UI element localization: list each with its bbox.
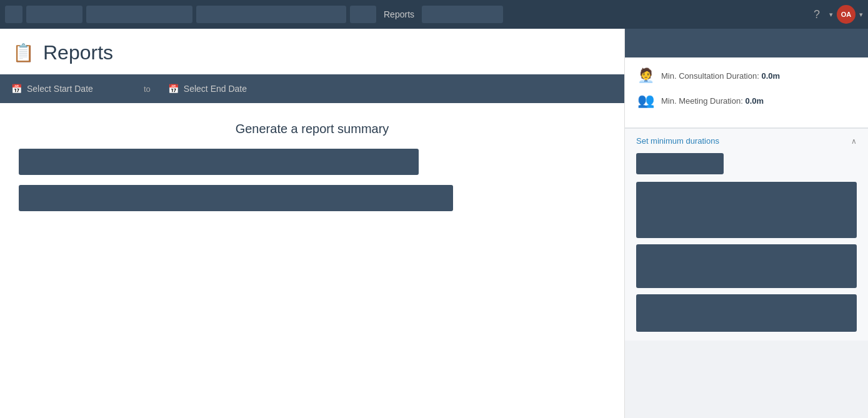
- start-date-label: Select Start Date: [27, 84, 93, 94]
- generate-report-title: Generate a report summary: [19, 122, 606, 136]
- set-minimum-body: [625, 153, 868, 341]
- avatar-button[interactable]: OA: [837, 5, 856, 24]
- nav-btn-1[interactable]: [26, 6, 82, 23]
- help-dropdown-arrow[interactable]: ▾: [829, 11, 833, 19]
- nav-btn-4[interactable]: [350, 6, 376, 23]
- calendar-end-icon: 📅: [168, 84, 179, 94]
- set-minimum-label: Set minimum durations: [636, 136, 719, 146]
- min-consultation-row: 🧑‍💼 Min. Consultation Duration: 0.0m: [636, 67, 857, 84]
- right-panel: 🧑‍💼 Min. Consultation Duration: 0.0m 👥 M…: [624, 29, 868, 418]
- nav-btn-3[interactable]: [196, 6, 346, 23]
- top-nav: Reports ? ▾ OA ▾: [0, 0, 868, 29]
- left-content: 📋 Reports 📅 Select Start Date to 📅 Selec…: [0, 29, 624, 418]
- help-button[interactable]: ?: [808, 6, 826, 23]
- main-area: Generate a report summary: [0, 103, 624, 240]
- page-title: Reports: [43, 41, 113, 64]
- min-consultation-text: Min. Consultation Duration: 0.0m: [661, 71, 780, 81]
- min-meeting-text: Min. Meeting Duration: 0.0m: [661, 96, 764, 106]
- meeting-icon: 👥: [636, 92, 655, 109]
- page-header: 📋 Reports: [0, 29, 624, 74]
- min-consultation-value: 0.0m: [761, 71, 780, 81]
- select-end-date-button[interactable]: 📅 Select End Date: [157, 74, 294, 103]
- calendar-start-icon: 📅: [11, 84, 22, 94]
- redacted-content-1: [19, 149, 419, 175]
- set-min-redacted-medium2: [636, 294, 857, 332]
- nav-right-controls: ? ▾ OA ▾: [808, 5, 863, 24]
- nav-home-button[interactable]: [5, 6, 22, 23]
- min-consultation-label: Min. Consultation Duration:: [661, 71, 759, 81]
- right-top-bar: [625, 29, 868, 57]
- reports-icon: 📋: [12, 42, 34, 63]
- min-meeting-value: 0.0m: [745, 96, 764, 106]
- nav-reports-title: Reports: [384, 9, 414, 19]
- set-minimum-header[interactable]: Set minimum durations ∧: [625, 129, 868, 153]
- collapse-arrow: ∧: [851, 137, 857, 146]
- avatar-dropdown-arrow[interactable]: ▾: [859, 11, 863, 19]
- set-minimum-section: Set minimum durations ∧: [625, 128, 868, 341]
- nav-btn-5[interactable]: [422, 6, 503, 23]
- date-bar: 📅 Select Start Date to 📅 Select End Date: [0, 74, 624, 103]
- redacted-content-2: [19, 185, 453, 211]
- consultation-icon: 🧑‍💼: [636, 67, 655, 84]
- min-meeting-row: 👥 Min. Meeting Duration: 0.0m: [636, 92, 857, 109]
- set-min-redacted-small: [636, 153, 724, 174]
- min-meeting-label: Min. Meeting Duration:: [661, 96, 743, 106]
- duration-section: 🧑‍💼 Min. Consultation Duration: 0.0m 👥 M…: [625, 57, 868, 128]
- set-min-redacted-large: [636, 182, 857, 238]
- end-date-label: Select End Date: [184, 84, 247, 94]
- main-layout: 📋 Reports 📅 Select Start Date to 📅 Selec…: [0, 29, 868, 418]
- nav-btn-2[interactable]: [86, 6, 192, 23]
- set-min-redacted-medium: [636, 244, 857, 288]
- date-bar-filler: [294, 74, 624, 103]
- date-to-separator: to: [137, 84, 157, 94]
- select-start-date-button[interactable]: 📅 Select Start Date: [0, 74, 137, 103]
